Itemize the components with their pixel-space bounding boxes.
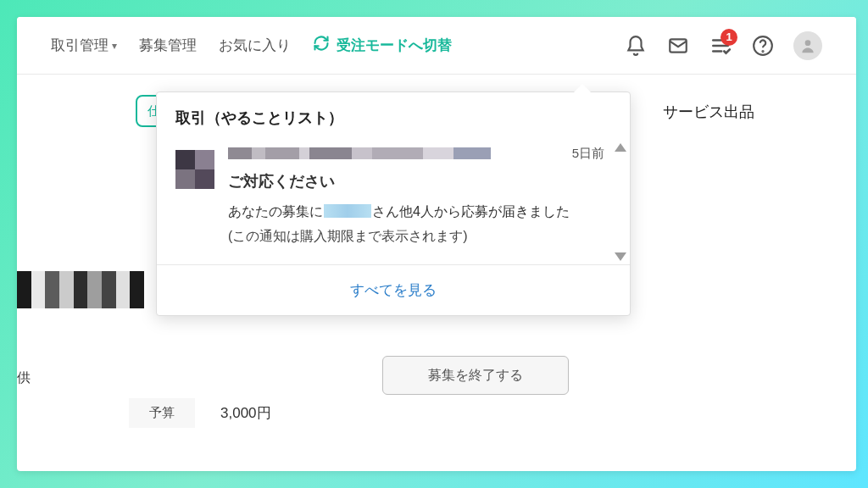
popover-title: 取引（やることリスト） [157, 92, 630, 140]
todo-popover: 取引（やることリスト） 5日前 ご対応ください あなたの募集にさん他4人から応募… [156, 92, 631, 316]
popover-body[interactable]: 5日前 ご対応ください あなたの募集にさん他4人から応募が届きました (この通知… [157, 140, 630, 264]
mode-switch-link[interactable]: 受注モードへ切替 [313, 35, 452, 56]
scroll-down-icon[interactable] [615, 252, 626, 261]
notification-note: (この通知は購入期限まで表示されます) [228, 225, 620, 249]
blurred-title [228, 147, 491, 159]
chevron-down-icon: ▾ [112, 40, 117, 52]
mode-switch-label: 受注モードへ切替 [337, 36, 452, 55]
notification-body: あなたの募集にさん他4人から応募が届きました [228, 200, 620, 225]
bell-icon[interactable] [624, 34, 648, 58]
help-icon[interactable] [751, 34, 775, 58]
topbar: 取引管理 ▾ 募集管理 お気に入り 受注モードへ切替 1 [17, 17, 856, 75]
sync-icon [313, 35, 330, 56]
nav-recruitment[interactable]: 募集管理 [139, 36, 197, 55]
avatar[interactable] [793, 31, 822, 60]
pixelated-image [17, 271, 144, 308]
budget-label: 予算 [129, 398, 195, 428]
svg-point-5 [762, 50, 763, 51]
nav-transactions[interactable]: 取引管理 ▾ [51, 36, 117, 55]
supply-text: 供 [17, 369, 31, 387]
service-listing-link[interactable]: サービス出品 [663, 102, 754, 122]
nav-favorites[interactable]: お気に入り [219, 36, 291, 55]
svg-point-6 [805, 40, 811, 46]
nav-transactions-label: 取引管理 [51, 36, 108, 55]
end-recruitment-button[interactable]: 募集を終了する [382, 356, 569, 395]
budget-row: 予算 3,000円 [129, 398, 271, 428]
notification-time: 5日前 [572, 141, 604, 164]
todo-list-icon[interactable]: 1 [709, 34, 732, 58]
notification-badge: 1 [721, 29, 737, 46]
blurred-username [324, 204, 371, 218]
scroll-up-icon[interactable] [615, 143, 626, 152]
view-all-link[interactable]: すべてを見る [157, 264, 630, 315]
header-icons: 1 [624, 31, 822, 60]
mail-icon[interactable] [666, 34, 690, 58]
notification-headline: ご対応ください [228, 168, 620, 195]
notification-thumbnail [175, 150, 214, 189]
budget-value: 3,000円 [220, 403, 271, 423]
